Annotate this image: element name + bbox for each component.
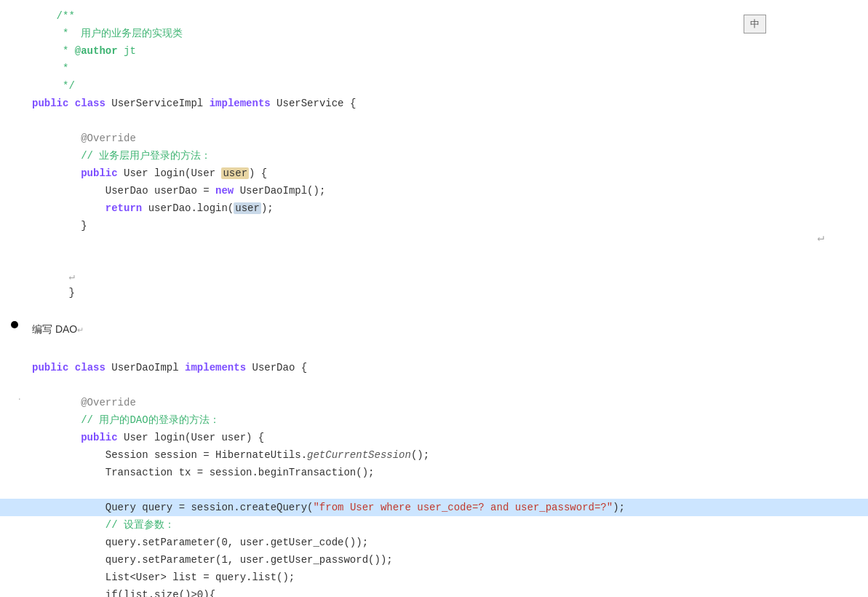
code-line: List<User> list = query.list();: [0, 569, 868, 586]
line-content: Query query = session.createQuery("from …: [29, 499, 868, 515]
code-line: [0, 481, 868, 499]
line-content: public class UserDaoImpl implements User…: [29, 360, 868, 376]
newline-arrow: ↵: [817, 230, 824, 245]
code-line: return userDao.login(user);: [0, 199, 868, 217]
line-content: return userDao.login(user);: [29, 200, 868, 216]
code-line: if(list.size()>0){: [0, 586, 868, 597]
code-line: // 业务层用户登录的方法：: [0, 147, 868, 165]
line-content: */: [29, 78, 868, 94]
bullet-line: 编写 DAO↵: [0, 320, 868, 339]
line-content: query.setParameter(1, user.getUser_passw…: [29, 552, 868, 568]
highlighted-line: Query query = session.createQuery("from …: [0, 499, 868, 516]
line-content: 编写 DAO↵: [29, 321, 868, 338]
bullet-icon: [11, 321, 18, 328]
line-content: [29, 482, 868, 498]
code-line: Session session = HibernateUtils.getCurr…: [0, 446, 868, 464]
code-line: // 用户的DAO的登录的方法：: [0, 411, 868, 429]
code-line: [0, 234, 868, 252]
line-content: Transaction tx = session.beginTransactio…: [29, 464, 868, 481]
line-content: [29, 235, 868, 251]
transaction-line: Transaction tx = session.beginTransactio…: [0, 464, 868, 481]
line-content: /**: [29, 8, 868, 24]
line-content: [29, 377, 868, 393]
code-line: // 设置参数：: [0, 516, 868, 534]
code-line: UserDao userDao = new UserDaoImpl();: [0, 182, 868, 199]
code-line: [0, 376, 868, 394]
code-line: /**: [0, 7, 868, 25]
line-content: UserDao userDao = new UserDaoImpl();: [29, 183, 868, 199]
code-line: * @author jt: [0, 42, 868, 60]
line-content: // 设置参数：: [29, 517, 868, 533]
line-content: @Override: [29, 395, 868, 411]
line-content: // 用户的DAO的登录的方法：: [29, 412, 868, 428]
code-line: *: [0, 60, 868, 77]
line-content: query.setParameter(0, user.getUser_code(…: [29, 534, 868, 550]
line-content: }: [29, 218, 868, 234]
code-line: public User login(User user) {: [0, 429, 868, 446]
line-number: ·: [0, 395, 29, 403]
line-content: *: [29, 60, 868, 76]
code-line: public class UserServiceImpl implements …: [0, 95, 868, 112]
code-line: * 用户的业务层的实现类: [0, 25, 868, 42]
line-content: List<User> list = query.list();: [29, 569, 868, 585]
line-content: * @author jt: [29, 43, 868, 59]
code-line: }: [0, 217, 868, 234]
code-line: [0, 112, 868, 130]
code-line: query.setParameter(0, user.getUser_code(…: [0, 534, 868, 551]
bullet-gutter: [0, 321, 29, 328]
line-content: ↵ }: [29, 253, 868, 317]
line-content: [29, 113, 868, 129]
code-editor: 中 /** * 用户的业务层的实现类 * @author jt * */ pub…: [0, 0, 868, 597]
code-line: public class UserDaoImpl implements User…: [0, 359, 868, 376]
code-line: @Override: [0, 130, 868, 147]
line-content: public User login(User user) {: [29, 165, 868, 181]
line-content: public class UserServiceImpl implements …: [29, 95, 868, 111]
code-line: */: [0, 77, 868, 95]
line-content: if(list.size()>0){: [29, 587, 868, 597]
code-line: ↵ }: [0, 252, 868, 317]
code-line: · @Override: [0, 394, 868, 411]
line-content: public User login(User user) {: [29, 430, 868, 446]
line-content: Session session = HibernateUtils.getCurr…: [29, 447, 868, 463]
code-line: public User login(User user) {: [0, 165, 868, 182]
code-line: query.setParameter(1, user.getUser_passw…: [0, 551, 868, 569]
line-content: * 用户的业务层的实现类: [29, 25, 868, 41]
line-content: @Override: [29, 130, 868, 146]
line-content: [29, 342, 868, 358]
line-content: // 业务层用户登录的方法：: [29, 148, 868, 164]
code-line: [0, 341, 868, 359]
